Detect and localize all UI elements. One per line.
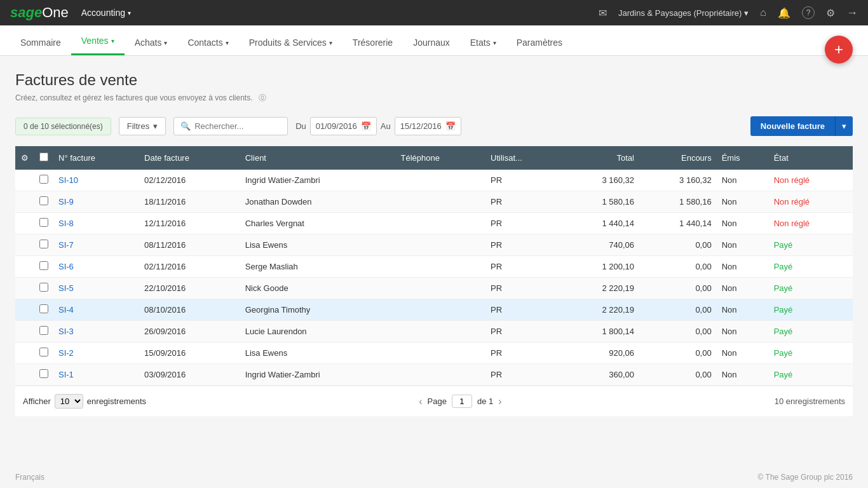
nav-parametres[interactable]: Paramètres bbox=[506, 37, 573, 55]
pagination: Afficher 10 25 50 enregistrements ‹ Page… bbox=[15, 386, 853, 416]
invoices-table: ⚙ N° facture Date facture Client Télépho… bbox=[15, 146, 853, 386]
row-checkbox[interactable] bbox=[39, 283, 48, 292]
copyright: © The Sage Group plc 2016 bbox=[758, 473, 853, 482]
row-settings-cell bbox=[15, 256, 34, 278]
row-numero[interactable]: SI-3 bbox=[53, 321, 139, 342]
table-row[interactable]: SI-602/11/2016Serge MasliahPR1 200,100,0… bbox=[15, 256, 853, 278]
row-checkbox[interactable] bbox=[39, 175, 48, 184]
nav-tresorerie[interactable]: Trésorerie bbox=[342, 37, 403, 55]
row-checkbox-cell bbox=[34, 321, 53, 342]
table-row[interactable]: SI-522/10/2016Nick GoodePR2 220,190,00No… bbox=[15, 278, 853, 299]
nav-etats[interactable]: Etats ▾ bbox=[460, 37, 506, 55]
footer: Français © The Sage Group plc 2016 bbox=[0, 463, 868, 488]
company-selector[interactable]: Jardins & Paysages (Propriétaire) ▾ bbox=[618, 8, 749, 18]
col-client: Client bbox=[240, 146, 396, 170]
prev-page-button[interactable]: ‹ bbox=[419, 396, 422, 407]
row-checkbox[interactable] bbox=[39, 304, 48, 313]
nav-journaux[interactable]: Journaux bbox=[403, 37, 460, 55]
table-row[interactable]: SI-812/11/2016Charles VergnatPR1 440,141… bbox=[15, 213, 853, 234]
search-input[interactable] bbox=[194, 121, 281, 131]
col-settings[interactable]: ⚙ bbox=[15, 146, 34, 170]
col-encours: Encours bbox=[639, 146, 717, 170]
row-checkbox[interactable] bbox=[39, 326, 48, 335]
selection-badge[interactable]: 0 de 10 sélectionné(es) bbox=[15, 118, 111, 135]
table-row[interactable]: SI-708/11/2016Lisa EwensPR740,060,00NonP… bbox=[15, 234, 853, 256]
row-checkbox[interactable] bbox=[39, 348, 48, 356]
row-checkbox[interactable] bbox=[39, 218, 48, 227]
row-etat: Non réglé bbox=[769, 213, 853, 234]
row-numero[interactable]: SI-10 bbox=[53, 170, 139, 191]
row-checkbox-cell bbox=[34, 299, 53, 321]
next-page-button[interactable]: › bbox=[498, 396, 501, 407]
row-numero[interactable]: SI-6 bbox=[53, 256, 139, 278]
row-checkbox[interactable] bbox=[39, 240, 48, 248]
table-row[interactable]: SI-408/10/2016Georgina TimothyPR2 220,19… bbox=[15, 299, 853, 321]
language-selector[interactable]: Français bbox=[15, 473, 44, 482]
col-emis: Émis bbox=[717, 146, 769, 170]
table-row[interactable]: SI-215/09/2016Lisa EwensPR920,060,00NonP… bbox=[15, 342, 853, 364]
nav-contacts[interactable]: Contacts ▾ bbox=[177, 37, 238, 55]
nav-produits[interactable]: Produits & Services ▾ bbox=[239, 37, 342, 55]
mail-icon[interactable]: ✉ bbox=[599, 7, 607, 19]
row-numero[interactable]: SI-8 bbox=[53, 213, 139, 234]
row-utilisateur: PR bbox=[485, 213, 562, 234]
row-checkbox-cell bbox=[34, 256, 53, 278]
invoices-table-section: ⚙ N° facture Date facture Client Télépho… bbox=[15, 146, 853, 416]
row-encours: 1 440,14 bbox=[639, 213, 717, 234]
settings-icon[interactable]: ⚙ bbox=[826, 7, 835, 19]
row-etat: Payé bbox=[769, 278, 853, 299]
row-encours: 0,00 bbox=[639, 234, 717, 256]
row-emis: Non bbox=[717, 213, 769, 234]
contacts-arrow: ▾ bbox=[226, 39, 229, 46]
nav-ventes[interactable]: Ventes ▾ bbox=[71, 36, 125, 55]
row-encours: 0,00 bbox=[639, 299, 717, 321]
table-row[interactable]: SI-326/09/2016Lucie LaurendonPR1 800,140… bbox=[15, 321, 853, 342]
select-all-checkbox[interactable] bbox=[39, 152, 48, 161]
row-checkbox[interactable] bbox=[39, 369, 48, 378]
table-row[interactable]: SI-103/09/2016Ingrid Watier-ZambriPR360,… bbox=[15, 364, 853, 386]
per-page-select[interactable]: 10 25 50 bbox=[55, 394, 83, 409]
fab-add-button[interactable]: + bbox=[825, 36, 853, 64]
row-utilisateur: PR bbox=[485, 299, 562, 321]
help-icon[interactable]: ? bbox=[802, 6, 815, 19]
row-settings-cell bbox=[15, 299, 34, 321]
nav-sommaire[interactable]: Sommaire bbox=[10, 37, 71, 55]
table-row[interactable]: SI-918/11/2016Jonathan DowdenPR1 580,161… bbox=[15, 191, 853, 213]
date-from-input[interactable]: 01/09/2016 📅 bbox=[310, 117, 377, 135]
date-to-input[interactable]: 15/12/2016 📅 bbox=[395, 117, 461, 135]
table-row[interactable]: SI-1002/12/2016Ingrid Watier-ZambriPR3 1… bbox=[15, 170, 853, 191]
row-numero[interactable]: SI-5 bbox=[53, 278, 139, 299]
nav-achats[interactable]: Achats ▾ bbox=[125, 37, 178, 55]
row-numero[interactable]: SI-1 bbox=[53, 364, 139, 386]
row-date: 02/12/2016 bbox=[139, 170, 240, 191]
logout-icon[interactable]: → bbox=[846, 6, 858, 20]
row-total: 1 580,16 bbox=[562, 191, 639, 213]
home-icon[interactable]: ⌂ bbox=[760, 7, 766, 18]
row-telephone bbox=[396, 170, 486, 191]
row-telephone bbox=[396, 234, 486, 256]
row-numero[interactable]: SI-7 bbox=[53, 234, 139, 256]
col-telephone: Téléphone bbox=[396, 146, 486, 170]
nouvelle-facture-button[interactable]: Nouvelle facture bbox=[750, 116, 835, 136]
help-circle-icon[interactable]: ⓪ bbox=[259, 93, 266, 102]
nouvelle-facture-dropdown[interactable]: ▾ bbox=[835, 116, 853, 136]
accounting-dropdown[interactable]: Accounting ▾ bbox=[81, 8, 131, 18]
row-encours: 1 580,16 bbox=[639, 191, 717, 213]
nouvelle-facture-group: Nouvelle facture ▾ bbox=[750, 116, 853, 136]
page-input[interactable] bbox=[452, 395, 472, 408]
row-numero[interactable]: SI-9 bbox=[53, 191, 139, 213]
calendar-to-icon[interactable]: 📅 bbox=[445, 121, 456, 131]
bell-icon[interactable]: 🔔 bbox=[778, 7, 790, 19]
achats-arrow: ▾ bbox=[164, 39, 167, 46]
row-numero[interactable]: SI-2 bbox=[53, 342, 139, 364]
row-total: 2 220,19 bbox=[562, 299, 639, 321]
calendar-from-icon[interactable]: 📅 bbox=[361, 121, 371, 131]
row-checkbox[interactable] bbox=[39, 196, 48, 205]
row-emis: Non bbox=[717, 234, 769, 256]
row-numero[interactable]: SI-4 bbox=[53, 299, 139, 321]
row-settings-cell bbox=[15, 342, 34, 364]
row-client: Ingrid Watier-Zambri bbox=[240, 364, 396, 386]
row-checkbox[interactable] bbox=[39, 261, 48, 270]
row-emis: Non bbox=[717, 342, 769, 364]
filters-button[interactable]: Filtres ▾ bbox=[119, 117, 166, 135]
